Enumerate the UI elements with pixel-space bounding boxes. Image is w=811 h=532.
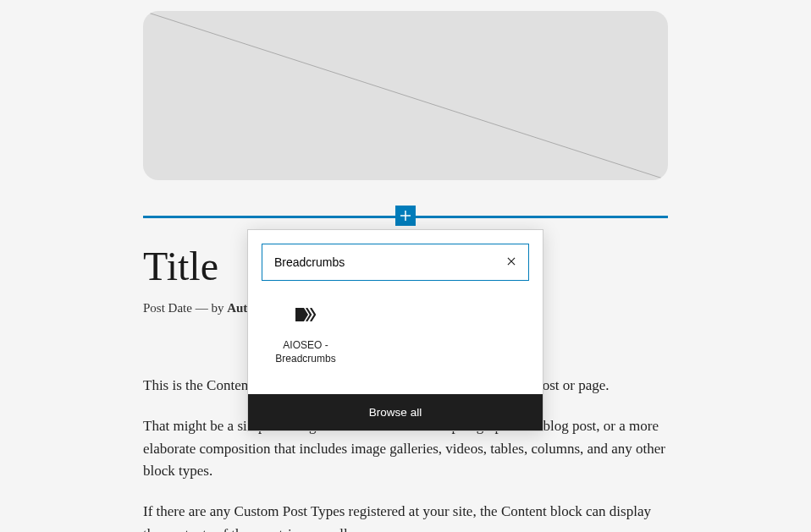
browse-all-button[interactable]: Browse all (248, 394, 543, 431)
content-paragraph: If there are any Custom Post Types regis… (143, 501, 668, 532)
add-block-button[interactable] (395, 206, 416, 226)
svg-line-0 (143, 11, 668, 180)
block-item-aioseo-breadcrumbs[interactable]: AIOSEO - Breadcrumbs (262, 294, 350, 374)
breadcrumbs-icon (265, 303, 346, 326)
post-date: Post Date (143, 301, 192, 315)
close-icon (505, 254, 517, 271)
clear-search-button[interactable] (494, 244, 528, 280)
block-insert-divider (143, 206, 668, 228)
block-search (262, 244, 529, 281)
block-inserter-popover: AIOSEO - Breadcrumbs Browse all (247, 229, 543, 431)
block-search-input[interactable] (262, 244, 494, 280)
plus-icon (398, 208, 413, 223)
block-results: AIOSEO - Breadcrumbs (248, 294, 543, 394)
featured-image-placeholder[interactable] (143, 11, 668, 180)
block-item-label: AIOSEO - Breadcrumbs (265, 338, 346, 365)
